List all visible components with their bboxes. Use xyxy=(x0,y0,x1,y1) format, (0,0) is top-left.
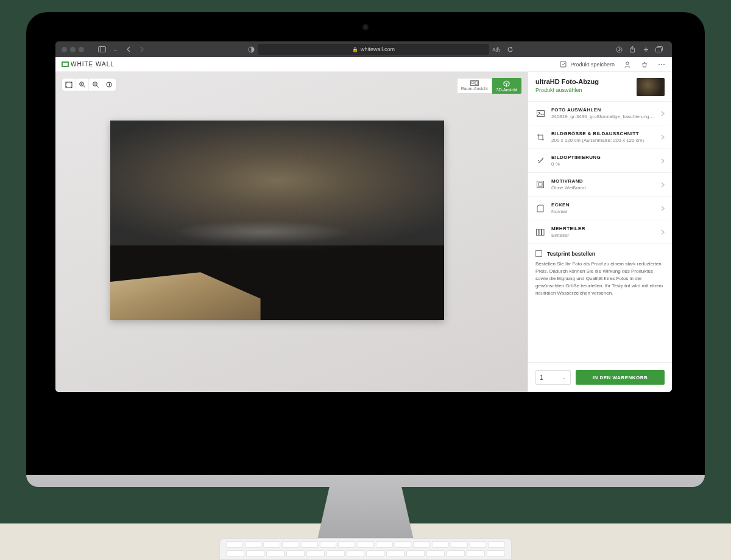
chevron-right-icon xyxy=(661,158,665,164)
chevron-right-icon xyxy=(661,206,665,211)
logo-mark-icon xyxy=(62,61,69,67)
cube-3d-icon xyxy=(503,80,510,87)
nav-back-icon[interactable] xyxy=(124,44,133,54)
option-label: FOTO AUSWÄHLEN xyxy=(551,107,655,113)
downloads-icon[interactable] xyxy=(614,44,624,54)
svg-rect-23 xyxy=(539,229,542,235)
option-value: Normal xyxy=(551,209,655,214)
add-to-cart-label: IN DEN WARENKORB xyxy=(593,375,648,380)
crop-icon xyxy=(535,132,545,142)
svg-line-11 xyxy=(83,86,85,88)
testprint-checkbox-row[interactable]: Testprint bestellen xyxy=(535,250,665,257)
wand-icon xyxy=(535,156,545,166)
url-text: whitewall.com xyxy=(361,46,395,52)
svg-rect-7 xyxy=(560,61,566,67)
keyboard xyxy=(219,538,512,560)
address-bar[interactable]: 🔒 whitewall.com xyxy=(258,44,489,55)
chevron-right-icon xyxy=(661,135,665,140)
save-product-label: Produkt speichern xyxy=(570,61,615,68)
tab-3d-view[interactable]: 3D-Ansicht xyxy=(492,78,521,94)
testprint-checkbox[interactable] xyxy=(535,250,542,257)
quantity-select[interactable]: 1 ⌄ xyxy=(535,370,571,385)
fullscreen-window-icon[interactable] xyxy=(79,47,84,52)
save-product-button[interactable]: Produkt speichern xyxy=(559,60,615,69)
testprint-description: Bestellen Sie Ihr Foto als Proof zu eine… xyxy=(535,261,665,297)
options-list: FOTO AUSWÄHLEN240819_gr-3486_großformati… xyxy=(528,102,672,244)
option-row-image[interactable]: FOTO AUSWÄHLEN240819_gr-3486_großformati… xyxy=(528,102,672,125)
chevron-right-icon xyxy=(661,111,665,116)
option-label: MEHRTEILER xyxy=(551,226,655,231)
canvas-toolbar xyxy=(62,78,116,91)
chevron-down-icon: ⌄ xyxy=(562,375,567,380)
minimize-window-icon[interactable] xyxy=(70,47,76,52)
option-label: BILDGRÖSSE & BILDAUSSCHNITT xyxy=(551,131,655,136)
svg-rect-24 xyxy=(542,229,545,235)
svg-rect-22 xyxy=(537,229,539,235)
brand-text: WHITE WALL xyxy=(71,61,115,68)
account-icon[interactable] xyxy=(623,60,632,69)
add-to-cart-button[interactable]: IN DEN WARENKORB xyxy=(576,370,665,385)
fit-screen-button[interactable] xyxy=(62,79,76,91)
svg-rect-21 xyxy=(539,183,542,186)
image-icon xyxy=(535,108,545,118)
option-row-corner[interactable]: ECKENNormal xyxy=(528,197,672,220)
svg-rect-0 xyxy=(98,47,105,52)
sidebar-footer: 1 ⌄ IN DEN WARENKORB xyxy=(528,362,672,392)
product-preview-image[interactable] xyxy=(110,121,444,320)
corner-icon xyxy=(535,203,545,213)
testprint-section: Testprint bestellen Bestellen Sie Ihr Fo… xyxy=(528,244,672,301)
product-thumbnail xyxy=(637,78,665,96)
tab-3d-label: 3D-Ansicht xyxy=(496,88,517,92)
reader-mode-icon[interactable] xyxy=(246,44,256,54)
svg-rect-16 xyxy=(471,82,474,83)
option-row-wand[interactable]: BILDOPTIMIERUNG0 % xyxy=(528,149,672,173)
more-menu-icon[interactable]: ⋯ xyxy=(657,60,666,69)
lock-icon: 🔒 xyxy=(352,47,358,52)
cart-icon[interactable] xyxy=(640,60,649,69)
panels-icon xyxy=(535,227,545,237)
svg-rect-18 xyxy=(537,110,544,116)
zoom-out-button[interactable] xyxy=(89,79,102,91)
option-row-panels[interactable]: MEHRTEILEREinteiler xyxy=(528,220,672,243)
app-viewport: WHITE WALL Produkt speichern xyxy=(55,57,672,392)
save-icon xyxy=(559,60,567,69)
reload-icon[interactable] xyxy=(505,44,515,54)
nav-forward-icon xyxy=(137,44,147,54)
svg-rect-17 xyxy=(475,82,478,85)
svg-point-8 xyxy=(626,61,629,64)
window-controls[interactable] xyxy=(62,47,84,52)
svg-rect-6 xyxy=(656,47,662,52)
new-tab-icon[interactable] xyxy=(641,44,651,54)
view-mode-tabs: Raum-Ansicht 3D-Ansicht xyxy=(457,78,521,94)
option-label: BILDOPTIMIERUNG xyxy=(551,155,655,160)
brand-logo[interactable]: WHITE WALL xyxy=(62,61,115,68)
tabs-overview-icon[interactable] xyxy=(654,44,664,54)
rotate-button[interactable] xyxy=(102,79,116,91)
choose-product-link[interactable]: Produkt auswählen xyxy=(535,87,632,93)
option-value: Ohne Weißrand xyxy=(551,185,655,191)
svg-line-13 xyxy=(96,86,98,88)
quantity-value: 1 xyxy=(540,374,543,381)
tab-room-label: Raum-Ansicht xyxy=(461,86,488,91)
product-header[interactable]: ultraHD Foto-Abzug Produkt auswählen xyxy=(528,72,672,102)
sidebar-toggle-icon[interactable] xyxy=(97,44,107,54)
option-row-border[interactable]: MOTIVRANDOhne Weißrand xyxy=(528,173,672,197)
tab-room-view[interactable]: Raum-Ansicht xyxy=(457,78,492,94)
app-header: WHITE WALL Produkt speichern xyxy=(55,57,672,72)
preview-canvas: Raum-Ansicht 3D-Ansicht xyxy=(55,72,528,392)
option-label: MOTIVRAND xyxy=(551,178,655,184)
zoom-in-button[interactable] xyxy=(76,79,89,91)
translate-icon[interactable]: ᴀあ xyxy=(492,44,501,54)
share-icon[interactable] xyxy=(627,44,637,54)
chevron-right-icon xyxy=(661,229,665,235)
option-value: 200 x 120 cm (Außenmaße: 200 x 120 cm) xyxy=(551,138,655,143)
option-row-crop[interactable]: BILDGRÖSSE & BILDAUSSCHNITT200 x 120 cm … xyxy=(528,125,672,149)
dropdown-chevron-icon[interactable]: ⌄ xyxy=(110,44,120,54)
room-view-icon xyxy=(470,80,479,86)
imac-frame: ⌄ 🔒 whitewall.com ᴀあ xyxy=(26,12,705,548)
testprint-label: Testprint bestellen xyxy=(547,251,595,257)
svg-rect-20 xyxy=(537,181,544,188)
config-sidebar: ultraHD Foto-Abzug Produkt auswählen FOT… xyxy=(528,72,672,392)
option-value: 0 % xyxy=(551,161,655,167)
close-window-icon[interactable] xyxy=(62,47,67,52)
